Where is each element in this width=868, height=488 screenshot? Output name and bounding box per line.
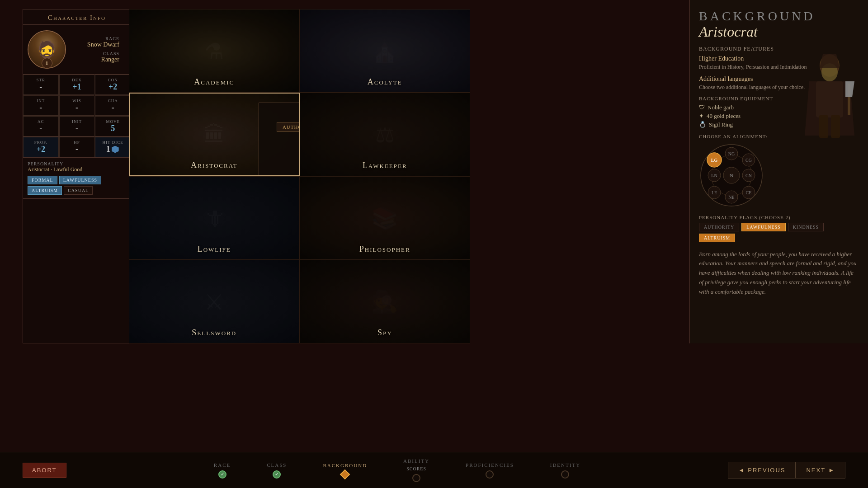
character-illustration bbox=[796, 45, 863, 136]
svg-text:LN: LN bbox=[711, 173, 717, 178]
previous-button[interactable]: ◄ PREVIOUS bbox=[728, 462, 796, 479]
stat-int: INT - bbox=[23, 95, 59, 116]
svg-text:LE: LE bbox=[712, 190, 717, 195]
bg-card-lowlife-name: Lowlife bbox=[129, 244, 299, 254]
popup-title: Personality flags (choose 2) bbox=[265, 109, 300, 117]
race-value: Snow Dwarf bbox=[71, 41, 119, 48]
stat-str: STR - bbox=[23, 75, 59, 95]
next-button[interactable]: NEXT ► bbox=[796, 462, 845, 479]
bg-name: Aristocrat bbox=[699, 23, 859, 40]
personality-tags: FORMAL LAWFULNESS ALTRUISM CASUAL bbox=[28, 176, 126, 195]
pf-tag-authority[interactable]: AUTHORITY bbox=[699, 223, 739, 231]
svg-rect-4 bbox=[819, 115, 828, 138]
pf-tag-altruism[interactable]: ALTRUISM bbox=[699, 234, 735, 242]
ptag-casual[interactable]: CASUAL bbox=[64, 186, 93, 195]
nav-step-ability-sub: SCORES bbox=[406, 466, 426, 471]
nav-step-proficiencies[interactable]: PROFICIENCIES bbox=[466, 462, 514, 479]
ring-icon: 💍 bbox=[699, 121, 706, 128]
stat-move: MOVE 5 bbox=[95, 116, 131, 136]
nav-step-ability[interactable]: ABILITY SCORES bbox=[403, 458, 429, 482]
nav-step-race-dot: ✓ bbox=[218, 470, 226, 479]
character-level: 1 bbox=[42, 58, 52, 69]
left-panel: Character Info 🧔 1 RACE Snow Dwarf CLASS… bbox=[23, 9, 131, 343]
ptag-formal[interactable]: FORMAL bbox=[28, 176, 57, 184]
bg-lore-text: Born among the lords of your people, you… bbox=[699, 250, 859, 297]
popup-tag-authority[interactable]: AUTHORITY bbox=[277, 122, 300, 132]
svg-marker-7 bbox=[845, 81, 854, 97]
ptag-lawfulness[interactable]: LAWFULNESS bbox=[59, 176, 101, 184]
stat-cha: CHA - bbox=[95, 95, 131, 116]
bg-card-spy[interactable]: 🕵 Spy bbox=[300, 260, 471, 343]
stat-con: CON +2 bbox=[95, 75, 131, 95]
nav-steps: RACE ✓ CLASS ✓ BACKGROUND ABILITY SCORES… bbox=[66, 458, 728, 482]
svg-marker-8 bbox=[820, 54, 840, 68]
personality-section: PERSONALITY Aristocrat · Lawful Good FOR… bbox=[23, 158, 131, 199]
personality-name: Aristocrat · Lawful Good bbox=[28, 166, 126, 173]
bg-card-philosopher-name: Philosopher bbox=[300, 244, 470, 254]
bg-card-lawkeeper-name: Lawkeeper bbox=[300, 161, 470, 170]
class-value: Ranger bbox=[71, 56, 119, 63]
alignment-wheel[interactable]: NG CG LG N CN LN LE NE CE bbox=[699, 143, 764, 208]
nav-step-background[interactable]: BACKGROUND bbox=[323, 463, 367, 478]
svg-text:NE: NE bbox=[728, 195, 734, 200]
stat-init: INIT - bbox=[59, 116, 95, 136]
bottom-nav: ABORT RACE ✓ CLASS ✓ BACKGROUND ABILITY … bbox=[0, 452, 868, 488]
popup-tags: AUTHORITY LAWFULNESS EGOISM ALTRUISM bbox=[265, 122, 300, 145]
stat-dex: DEX +1 bbox=[59, 75, 95, 95]
nav-step-race[interactable]: RACE ✓ bbox=[214, 462, 231, 479]
svg-rect-5 bbox=[831, 115, 840, 138]
svg-text:CE: CE bbox=[746, 190, 752, 195]
stat-prof: PROF. +2 bbox=[23, 137, 59, 157]
stat-ac: AC - bbox=[23, 116, 59, 136]
bg-card-sellsword-name: Sellsword bbox=[129, 328, 299, 338]
bg-card-acolyte-name: Acolyte bbox=[300, 77, 470, 87]
nav-step-class-label: CLASS bbox=[267, 462, 287, 468]
gold-icon: ✦ bbox=[699, 113, 704, 120]
pf-tag-lawfulness[interactable]: LAWFULNESS bbox=[741, 223, 785, 231]
nav-step-identity-dot bbox=[561, 470, 569, 479]
bg-card-academic[interactable]: ⚗ Academic bbox=[129, 9, 300, 93]
pf-tag-kindness[interactable]: KINDNESS bbox=[788, 223, 824, 231]
bg-card-sellsword[interactable]: ⚔ Sellsword bbox=[129, 260, 300, 343]
combat-grid: AC - INIT - MOVE 5 bbox=[23, 116, 131, 137]
lower-combat-grid: PROF. +2 HP - HIT DICE 1 bbox=[23, 137, 131, 158]
bg-section-title: BACKGROUND bbox=[699, 9, 859, 23]
nav-step-class[interactable]: CLASS ✓ bbox=[267, 462, 287, 479]
nav-step-identity[interactable]: IDENTITY bbox=[550, 462, 580, 479]
avatar-section: 🧔 1 RACE Snow Dwarf CLASS Ranger bbox=[23, 25, 131, 75]
svg-text:CG: CG bbox=[745, 158, 752, 163]
personality-popup: Personality flags (choose 2) AUTHORITY L… bbox=[259, 103, 300, 176]
race-info: RACE Snow Dwarf bbox=[71, 36, 126, 48]
abort-button[interactable]: ABORT bbox=[23, 463, 66, 478]
char-info-title: Character Info bbox=[23, 9, 131, 25]
nav-step-identity-label: IDENTITY bbox=[550, 462, 580, 468]
class-info: CLASS Ranger bbox=[71, 51, 126, 63]
bg-card-academic-name: Academic bbox=[129, 77, 299, 87]
bg-card-aristocrat[interactable]: Personality flags (choose 2) AUTHORITY L… bbox=[129, 93, 300, 176]
nav-step-ability-label: ABILITY bbox=[403, 458, 429, 464]
right-panel: BACKGROUND Aristocrat BACKGROUND FEATURE… bbox=[689, 0, 868, 343]
class-label: CLASS bbox=[71, 51, 119, 56]
background-grid: ⚗ Academic ⛪ Acolyte Personality flags (… bbox=[129, 9, 470, 343]
bg-card-lowlife[interactable]: 🗡 Lowlife bbox=[129, 176, 300, 260]
divider bbox=[699, 246, 859, 246]
bg-card-philosopher[interactable]: 📚 Philosopher bbox=[300, 176, 471, 260]
pf-section-title: PERSONALITY FLAGS (CHOOSE 2) bbox=[699, 215, 859, 220]
bg-card-lawkeeper[interactable]: ⚖ Lawkeeper bbox=[300, 93, 471, 176]
nav-step-race-label: RACE bbox=[214, 462, 231, 468]
nav-step-proficiencies-label: PROFICIENCIES bbox=[466, 462, 514, 468]
shield-icon: 🛡 bbox=[699, 104, 705, 111]
nav-step-background-label: BACKGROUND bbox=[323, 463, 367, 468]
nav-step-background-dot bbox=[340, 469, 350, 479]
stats-grid: STR - DEX +1 CON +2 INT - WIS - CHA - bbox=[23, 75, 131, 116]
bg-card-acolyte[interactable]: ⛪ Acolyte bbox=[300, 9, 471, 93]
nav-step-ability-dot bbox=[412, 474, 420, 482]
nav-step-class-dot: ✓ bbox=[273, 470, 281, 479]
svg-text:NG: NG bbox=[728, 151, 735, 156]
stat-wis: WIS - bbox=[59, 95, 95, 116]
stat-hitdice: HIT DICE 1 bbox=[95, 137, 131, 157]
bg-card-spy-name: Spy bbox=[300, 328, 470, 338]
ptag-altruism[interactable]: ALTRUISM bbox=[28, 186, 62, 195]
next-arrow-icon: ► bbox=[828, 467, 835, 474]
race-label: RACE bbox=[71, 36, 119, 41]
